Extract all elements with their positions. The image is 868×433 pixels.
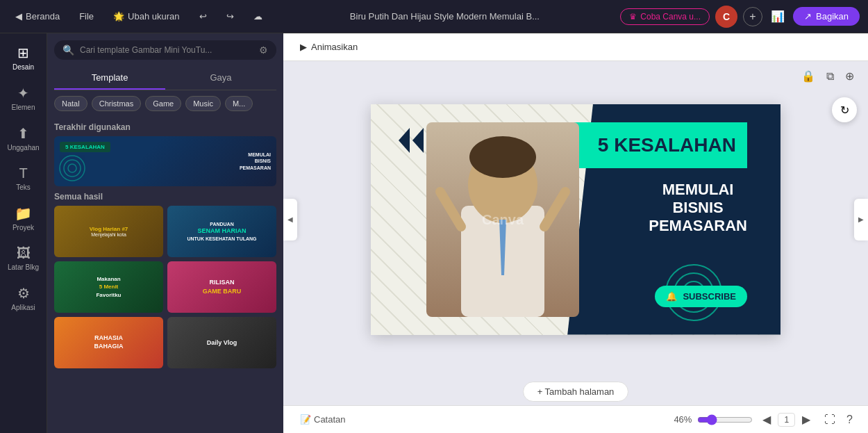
redo-button[interactable]: ↪ bbox=[219, 8, 241, 24]
template-grid-item-daily[interactable]: Daily Vlog bbox=[167, 317, 276, 368]
circles-decoration bbox=[58, 154, 86, 182]
topbar: ◀ Beranda File 🌟 Ubah ukuran ↩ ↪ ☁ Biru … bbox=[0, 0, 868, 33]
page-number-box: 1 bbox=[778, 413, 795, 427]
icon-sidebar: ⊞ Desain ✦ Elemen ⬆ Unggahan T Teks 📁 Pr… bbox=[0, 33, 47, 433]
thumb-vlog-text: Vlog Harian #7 Menjelajahi kota bbox=[54, 206, 163, 257]
chip-natal[interactable]: Natal bbox=[54, 96, 87, 111]
canvas-container: ◀ 5 KESALAHAN bbox=[283, 61, 868, 377]
all-results-label: Semua hasil bbox=[54, 192, 276, 202]
main-layout: ⊞ Desain ✦ Elemen ⬆ Unggahan T Teks 📁 Pr… bbox=[0, 33, 868, 433]
tab-template[interactable]: Template bbox=[54, 67, 165, 90]
redo-icon: ↪ bbox=[226, 11, 234, 22]
chip-christmas[interactable]: Christmas bbox=[92, 96, 142, 111]
analytics-button[interactable]: 📊 bbox=[768, 7, 787, 26]
next-page-button[interactable]: ▶ bbox=[798, 411, 815, 427]
person-photo: Canva bbox=[426, 122, 579, 317]
search-input[interactable] bbox=[80, 45, 253, 55]
apps-icon: ⚙ bbox=[17, 285, 30, 302]
text-icon: T bbox=[19, 165, 27, 181]
page-navigation: ◀ 1 ▶ bbox=[758, 411, 815, 427]
zoom-value: 46% bbox=[667, 414, 692, 425]
bottom-right: ⛶ ? bbox=[820, 411, 857, 429]
tab-style[interactable]: Gaya bbox=[165, 67, 276, 90]
template-grid: Vlog Harian #7 Menjelajahi kota PANDUANS… bbox=[54, 206, 276, 368]
svg-point-2 bbox=[68, 164, 76, 172]
template-grid-item-food[interactable]: Makanan5 MenitFavoritku bbox=[54, 261, 163, 313]
template-grid-item-rahasia[interactable]: RAHASIABAHAGIA bbox=[54, 317, 163, 368]
template-panel: 🔍 ⚙ Template Gaya Natal Christmas Game M… bbox=[47, 33, 283, 433]
topbar-right: ♛ Coba Canva u... C + 📊 ↗ Bagikan bbox=[620, 6, 860, 28]
canva-pro-button[interactable]: ♛ Coba Canva u... bbox=[620, 8, 710, 25]
recent-thumb-badge: 5 KESALAHAN bbox=[60, 142, 110, 152]
chip-more[interactable]: M... bbox=[225, 96, 253, 111]
sidebar-item-elements[interactable]: ✦ Elemen bbox=[3, 79, 44, 117]
current-page: 1 bbox=[784, 415, 789, 425]
filter-chips: Natal Christmas Game Music M... bbox=[47, 90, 283, 117]
help-button[interactable]: ? bbox=[842, 411, 857, 429]
person-silhouette bbox=[426, 122, 579, 317]
chip-game[interactable]: Game bbox=[145, 96, 181, 111]
animate-button[interactable]: ▶ Animasikan bbox=[294, 39, 363, 55]
refresh-button[interactable]: ↻ bbox=[832, 97, 857, 122]
canvas-area: ▶ Animasikan 🔒 ⧉ ⊕ ↻ ◀ bbox=[283, 33, 868, 433]
prev-page-button[interactable]: ◀ bbox=[758, 411, 775, 427]
search-bar: 🔍 ⚙ bbox=[54, 40, 276, 60]
thumb-senam-text: PANDUANSENAM HARIANUNTUK KESEHATAN TULAN… bbox=[167, 206, 276, 257]
panel-scroll: Terakhir digunakan 5 KESALAHAN MEMULAIBI… bbox=[47, 117, 283, 433]
design-heading: 5 KESALAHAN bbox=[598, 134, 736, 156]
share-button[interactable]: ↗ Bagikan bbox=[793, 7, 860, 26]
notes-icon: 📝 bbox=[300, 414, 311, 425]
thumb-food-text: Makanan5 MenitFavoritku bbox=[54, 261, 163, 313]
cloud-save-button[interactable]: ☁ bbox=[247, 8, 269, 24]
resize-icon: 🌟 bbox=[113, 11, 124, 22]
back-icon: ◀ bbox=[15, 11, 22, 22]
recent-thumb-text: MEMULAIBISNISPEMASARAN bbox=[240, 152, 271, 170]
user-avatar-button[interactable]: C bbox=[715, 6, 737, 28]
fullscreen-button[interactable]: ⛶ bbox=[820, 411, 840, 429]
chip-music[interactable]: Music bbox=[185, 96, 221, 111]
design-subscribe-button: 🔔 SUBSCRIBE bbox=[655, 286, 747, 307]
resize-button[interactable]: 🌟 Ubah ukuran bbox=[106, 8, 186, 24]
sidebar-item-uploads[interactable]: ⬆ Unggahan bbox=[3, 120, 44, 157]
collapse-right-button[interactable]: ▶ bbox=[854, 199, 868, 240]
upload-icon: ⬆ bbox=[17, 125, 29, 142]
share-icon: ↗ bbox=[804, 11, 812, 22]
search-icon: 🔍 bbox=[62, 44, 74, 56]
template-grid-item-senam[interactable]: PANDUANSENAM HARIANUNTUK KESEHATAN TULAN… bbox=[167, 206, 276, 257]
sidebar-item-apps[interactable]: ⚙ Aplikasi bbox=[3, 279, 44, 317]
template-grid-item-game[interactable]: RILISANGAME BARU bbox=[167, 261, 276, 313]
thumb-rahasia-text: RAHASIABAHAGIA bbox=[54, 317, 163, 368]
sidebar-item-background[interactable]: 🖼 Latar Blkg bbox=[3, 240, 44, 277]
add-collaborator-button[interactable]: + bbox=[743, 7, 762, 26]
file-menu-button[interactable]: File bbox=[72, 8, 101, 24]
design-person-image: Canva bbox=[412, 104, 593, 335]
bottom-bar: 📝 Catatan 46% ◀ 1 ▶ ⛶ ? bbox=[283, 405, 868, 433]
bell-icon: 🔔 bbox=[666, 291, 677, 302]
filter-icon[interactable]: ⚙ bbox=[259, 44, 268, 56]
recent-thumb: 5 KESALAHAN MEMULAIBISNISPEMASARAN bbox=[54, 136, 276, 186]
back-button[interactable]: ◀ Beranda bbox=[8, 8, 67, 24]
zoom-slider[interactable] bbox=[697, 414, 753, 425]
svg-point-8 bbox=[469, 136, 536, 178]
sidebar-item-projects[interactable]: 📁 Proyek bbox=[3, 199, 44, 237]
svg-line-11 bbox=[544, 192, 565, 227]
svg-point-1 bbox=[64, 160, 81, 177]
add-page-button[interactable]: + Tambah halaman bbox=[523, 382, 629, 402]
add-page-bar: + Tambah halaman bbox=[283, 377, 868, 405]
canvas-design[interactable]: 5 KESALAHAN MEMULAIBISNISPEMASARAN bbox=[371, 104, 781, 335]
sidebar-item-text[interactable]: T Teks bbox=[3, 160, 44, 197]
template-grid-item-vlog[interactable]: Vlog Harian #7 Menjelajahi kota bbox=[54, 206, 163, 257]
chevron-1 bbox=[399, 128, 410, 153]
thumb-daily-text: Daily Vlog bbox=[167, 317, 276, 368]
thumb-game-text: RILISANGAME BARU bbox=[167, 261, 276, 313]
undo-button[interactable]: ↩ bbox=[192, 8, 214, 24]
projects-icon: 📁 bbox=[15, 205, 32, 222]
design-icon: ⊞ bbox=[17, 44, 29, 61]
notes-button[interactable]: 📝 Catatan bbox=[294, 411, 351, 427]
cloud-icon: ☁ bbox=[253, 11, 262, 22]
collapse-left-button[interactable]: ◀ bbox=[283, 199, 297, 240]
recently-used-label: Terakhir digunakan bbox=[54, 122, 276, 132]
sidebar-item-design[interactable]: ⊞ Desain bbox=[3, 39, 44, 76]
bottom-bar-left: 📝 Catatan bbox=[294, 411, 661, 427]
recent-template-item[interactable]: 5 KESALAHAN MEMULAIBISNISPEMASARAN bbox=[54, 136, 276, 186]
